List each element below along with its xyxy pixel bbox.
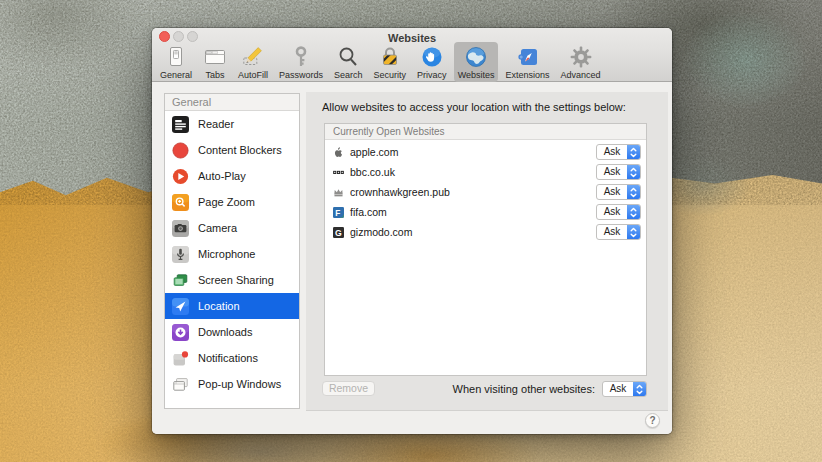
permission-dropdown[interactable]: Ask — [596, 144, 641, 160]
other-websites-dropdown[interactable]: Ask — [602, 381, 647, 397]
sidebar-item-auto-play[interactable]: Auto-Play — [165, 163, 299, 189]
website-row-gizmodo-com[interactable]: G gizmodo.com Ask — [325, 222, 646, 242]
reader-icon — [172, 116, 189, 133]
stepper-icon — [627, 185, 640, 199]
auto-play-icon — [172, 168, 189, 185]
autofill-icon — [241, 45, 265, 69]
sidebar-item-pop-up-windows[interactable]: Pop-up Windows — [165, 371, 299, 397]
toolbar-item-tabs[interactable]: Tabs — [199, 42, 231, 82]
sidebar-item-label: Reader — [198, 118, 234, 130]
dropdown-value: Ask — [597, 225, 627, 239]
permission-dropdown[interactable]: Ask — [596, 184, 641, 200]
dropdown-value: Ask — [597, 165, 627, 179]
dropdown-value: Ask — [603, 382, 633, 396]
other-websites-label: When visiting other websites: — [453, 383, 595, 395]
stepper-icon — [627, 225, 640, 239]
permission-dropdown[interactable]: Ask — [596, 204, 641, 220]
toolbar-item-extensions[interactable]: Extensions — [501, 42, 553, 82]
help-button[interactable]: ? — [645, 413, 660, 428]
website-domain: crownhawkgreen.pub — [350, 186, 450, 198]
sidebar-item-microphone[interactable]: Microphone — [165, 241, 299, 267]
extensions-icon — [516, 45, 540, 69]
privacy-icon — [420, 45, 444, 69]
sidebar-list: Reader Content Blockers Auto-Play Page Z… — [165, 111, 299, 397]
toolbar-item-security[interactable]: Security — [370, 42, 411, 82]
website-row-apple-com[interactable]: apple.com Ask — [325, 142, 646, 162]
sidebar-item-page-zoom[interactable]: Page Zoom — [165, 189, 299, 215]
sidebar-item-label: Screen Sharing — [198, 274, 274, 286]
sidebar-item-downloads[interactable]: Downloads — [165, 319, 299, 345]
passwords-icon — [289, 45, 313, 69]
sidebar-item-screen-sharing[interactable]: Screen Sharing — [165, 267, 299, 293]
apple-favicon — [333, 147, 344, 158]
toolbar-item-general[interactable]: General — [156, 42, 196, 82]
website-row-fifa-com[interactable]: F fifa.com Ask — [325, 202, 646, 222]
sidebar-item-label: Microphone — [198, 248, 255, 260]
advanced-icon — [569, 45, 593, 69]
downloads-icon — [172, 324, 189, 341]
website-domain: bbc.co.uk — [350, 166, 395, 178]
website-domain: apple.com — [350, 146, 398, 158]
minimize-button[interactable] — [173, 31, 184, 42]
svg-text:G: G — [335, 227, 342, 237]
other-websites-setting: When visiting other websites: Ask — [453, 381, 647, 397]
sidebar-item-label: Location — [198, 300, 240, 312]
toolbar-item-passwords[interactable]: Passwords — [275, 42, 327, 82]
sidebar-item-location[interactable]: Location — [165, 293, 299, 319]
gizmodo-favicon: G — [333, 227, 344, 238]
screen-sharing-icon — [172, 272, 189, 289]
permission-dropdown[interactable]: Ask — [596, 164, 641, 180]
websites-icon — [464, 45, 488, 69]
toolbar-item-autofill[interactable]: AutoFill — [234, 42, 272, 82]
sidebar-item-notifications[interactable]: Notifications — [165, 345, 299, 371]
stepper-icon — [627, 165, 640, 179]
camera-icon — [172, 220, 189, 237]
svg-text:F: F — [335, 208, 340, 217]
dropdown-value: Ask — [597, 205, 627, 219]
website-domain: fifa.com — [350, 206, 387, 218]
sidebar-item-label: Notifications — [198, 352, 258, 364]
sidebar-item-label: Page Zoom — [198, 196, 255, 208]
websites-listbox: Currently Open Websites apple.com Ask bb… — [324, 123, 647, 376]
zoom-button[interactable] — [187, 31, 198, 42]
dropdown-value: Ask — [597, 185, 627, 199]
sidebar-item-content-blockers[interactable]: Content Blockers — [165, 137, 299, 163]
sidebar-item-reader[interactable]: Reader — [165, 111, 299, 137]
content-blockers-icon — [172, 142, 189, 159]
safari-preferences-window: Websites General Tabs AutoFill Passwords… — [152, 28, 672, 434]
general-icon — [164, 45, 188, 69]
website-rows: apple.com Ask bbc.co.uk Ask crownhawkgre… — [325, 140, 646, 242]
sidebar-item-label: Downloads — [198, 326, 252, 338]
traffic-lights — [159, 31, 198, 42]
permission-dropdown[interactable]: Ask — [596, 224, 641, 240]
fifa-favicon: F — [333, 207, 344, 218]
toolbar-item-advanced[interactable]: Advanced — [557, 42, 605, 82]
toolbar-item-search[interactable]: Search — [330, 42, 367, 82]
location-settings-pane: Allow websites to access your location w… — [306, 92, 668, 411]
preferences-toolbar: General Tabs AutoFill Passwords Search S… — [156, 42, 605, 82]
website-row-bbc-co-uk[interactable]: bbc.co.uk Ask — [325, 162, 646, 182]
sidebar-section-header: General — [165, 94, 299, 111]
title-bar: Websites General Tabs AutoFill Passwords… — [152, 28, 672, 82]
pane-footer: Remove When visiting other websites: Ask — [306, 381, 668, 399]
sidebar-item-label: Pop-up Windows — [198, 378, 281, 390]
security-icon — [378, 45, 402, 69]
bbc-favicon — [333, 167, 344, 178]
website-row-crownhawkgreen-pub[interactable]: crownhawkgreen.pub Ask — [325, 182, 646, 202]
stepper-icon — [627, 205, 640, 219]
sidebar-item-camera[interactable]: Camera — [165, 215, 299, 241]
toolbar-item-privacy[interactable]: Privacy — [413, 42, 451, 82]
website-domain: gizmodo.com — [350, 226, 412, 238]
pane-description: Allow websites to access your location w… — [322, 101, 626, 113]
sidebar-item-label: Camera — [198, 222, 237, 234]
close-button[interactable] — [159, 31, 170, 42]
tabs-icon — [203, 45, 227, 69]
preferences-content: General Reader Content Blockers Auto-Pla… — [152, 83, 672, 434]
microphone-icon — [172, 246, 189, 263]
page-zoom-icon — [172, 194, 189, 211]
stepper-icon — [627, 145, 640, 159]
toolbar-item-websites[interactable]: Websites — [454, 42, 499, 82]
search-icon — [336, 45, 360, 69]
sidebar-item-label: Content Blockers — [198, 144, 282, 156]
websites-sidebar: General Reader Content Blockers Auto-Pla… — [164, 93, 300, 409]
